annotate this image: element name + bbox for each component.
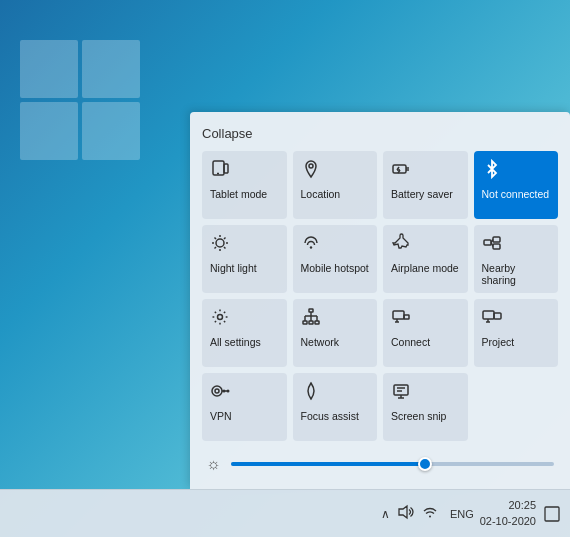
- svg-point-3: [309, 164, 313, 168]
- mobile-hotspot-label: Mobile hotspot: [301, 262, 369, 275]
- svg-rect-29: [315, 321, 319, 324]
- quick-tile-nearby-sharing[interactable]: Nearby sharing: [474, 225, 559, 293]
- battery-saver-label: Battery saver: [391, 188, 453, 201]
- location-icon: [301, 159, 321, 182]
- network-icon: [301, 307, 321, 330]
- taskbar-system-icons: ∧: [375, 504, 444, 523]
- taskbar-right-area: ∧ ENG 20:25 02-10-2020: [375, 498, 562, 529]
- quick-tile-location[interactable]: Location: [293, 151, 378, 219]
- quick-tile-empty: [474, 373, 559, 441]
- all-settings-icon: [210, 307, 230, 330]
- taskbar-time: 20:25: [480, 498, 536, 513]
- svg-point-10: [216, 239, 224, 247]
- svg-rect-35: [393, 311, 404, 319]
- svg-line-16: [224, 247, 226, 249]
- connect-label: Connect: [391, 336, 430, 349]
- night-light-icon: [210, 233, 230, 256]
- project-icon: [482, 307, 502, 330]
- tablet-mode-icon: [210, 159, 230, 182]
- svg-line-18: [224, 237, 226, 239]
- svg-marker-53: [399, 506, 407, 518]
- svg-line-17: [215, 247, 217, 249]
- quick-tile-tablet-mode[interactable]: Tablet mode: [202, 151, 287, 219]
- nearby-sharing-label: Nearby sharing: [482, 262, 553, 287]
- svg-rect-27: [303, 321, 307, 324]
- taskbar-wifi-icon[interactable]: [422, 504, 438, 523]
- quick-tile-airplane-mode[interactable]: Airplane mode: [383, 225, 468, 293]
- win-tile-4: [82, 102, 140, 160]
- quick-tile-screen-snip[interactable]: Screen snip: [383, 373, 468, 441]
- project-label: Project: [482, 336, 515, 349]
- svg-point-43: [212, 386, 222, 396]
- svg-line-24: [491, 242, 493, 246]
- connect-icon: [391, 307, 411, 330]
- svg-rect-40: [494, 313, 501, 319]
- brightness-slider-thumb[interactable]: [418, 457, 432, 471]
- svg-point-46: [227, 390, 230, 393]
- battery-saver-icon: [391, 159, 411, 182]
- svg-line-15: [215, 237, 217, 239]
- quick-tile-project[interactable]: Project: [474, 299, 559, 367]
- action-center-panel: Collapse Tablet mode Location: [190, 112, 570, 489]
- win-tile-1: [20, 40, 78, 98]
- brightness-slider-fill: [231, 462, 425, 466]
- location-label: Location: [301, 188, 341, 201]
- quick-tile-mobile-hotspot[interactable]: Mobile hotspot: [293, 225, 378, 293]
- bluetooth-icon: [482, 159, 502, 182]
- collapse-button[interactable]: Collapse: [202, 126, 253, 141]
- airplane-mode-label: Airplane mode: [391, 262, 459, 275]
- quick-tile-network[interactable]: Network: [293, 299, 378, 367]
- taskbar-clock[interactable]: 20:25 02-10-2020: [480, 498, 536, 529]
- vpn-icon: [210, 381, 230, 404]
- quick-tile-battery-saver[interactable]: Battery saver: [383, 151, 468, 219]
- svg-point-45: [223, 390, 226, 393]
- screen-snip-icon: [391, 381, 411, 404]
- svg-rect-26: [309, 309, 313, 312]
- svg-rect-48: [394, 385, 408, 395]
- airplane-mode-icon: [391, 233, 411, 256]
- taskbar-volume-icon[interactable]: [398, 504, 414, 523]
- win-tile-3: [20, 102, 78, 160]
- quick-tile-all-settings[interactable]: All settings: [202, 299, 287, 367]
- svg-point-47: [215, 389, 219, 393]
- nearby-sharing-icon: [482, 233, 502, 256]
- quick-tile-vpn[interactable]: VPN: [202, 373, 287, 441]
- svg-point-25: [218, 315, 223, 320]
- svg-point-54: [429, 516, 431, 518]
- tablet-mode-label: Tablet mode: [210, 188, 267, 201]
- focus-assist-label: Focus assist: [301, 410, 359, 423]
- svg-rect-20: [484, 240, 491, 245]
- svg-rect-36: [404, 315, 409, 319]
- quick-tile-night-light[interactable]: Night light: [202, 225, 287, 293]
- taskbar-language[interactable]: ENG: [450, 508, 474, 520]
- screen-snip-label: Screen snip: [391, 410, 446, 423]
- taskbar-notification-button[interactable]: [542, 504, 562, 524]
- vpn-label: VPN: [210, 410, 232, 423]
- brightness-slider-track[interactable]: [231, 462, 554, 466]
- all-settings-label: All settings: [210, 336, 261, 349]
- focus-assist-icon: [301, 381, 321, 404]
- taskbar-date: 02-10-2020: [480, 514, 536, 529]
- taskbar-chevron-icon[interactable]: ∧: [381, 507, 390, 521]
- svg-rect-22: [493, 244, 500, 249]
- svg-rect-55: [545, 507, 559, 521]
- quick-tile-focus-assist[interactable]: Focus assist: [293, 373, 378, 441]
- win-tile-2: [82, 40, 140, 98]
- night-light-label: Night light: [210, 262, 257, 275]
- taskbar: ∧ ENG 20:25 02-10-2020: [0, 489, 570, 537]
- brightness-icon: ☼: [206, 455, 221, 473]
- svg-rect-28: [309, 321, 313, 324]
- not-connected-label: Not connected: [482, 188, 550, 201]
- quick-tile-not-connected[interactable]: Not connected: [474, 151, 559, 219]
- quick-actions-grid: Tablet mode Location: [202, 151, 558, 441]
- svg-rect-2: [224, 164, 228, 173]
- windows-logo: [20, 40, 140, 160]
- mobile-hotspot-icon: [301, 233, 321, 256]
- network-label: Network: [301, 336, 340, 349]
- quick-tile-connect[interactable]: Connect: [383, 299, 468, 367]
- svg-rect-39: [483, 311, 494, 319]
- brightness-control: ☼: [202, 455, 558, 473]
- svg-rect-21: [493, 237, 500, 242]
- svg-point-19: [309, 246, 311, 248]
